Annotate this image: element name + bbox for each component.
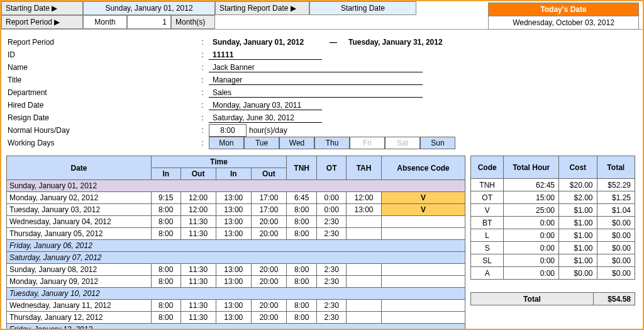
cell[interactable] [382, 228, 465, 240]
off-day-cell: Tuesday, January 10, 2012 [7, 288, 465, 300]
title-value[interactable]: Manager [209, 76, 423, 85]
cell[interactable]: 8:00 [286, 276, 316, 288]
cell[interactable]: 13:00 [216, 300, 251, 312]
cell[interactable]: 13:00 [216, 204, 251, 216]
cell[interactable]: 13:00 [216, 216, 251, 228]
cell[interactable]: 20:00 [251, 312, 286, 324]
cell[interactable] [382, 216, 465, 228]
cell[interactable]: 20:00 [251, 264, 286, 276]
cell[interactable] [382, 312, 465, 324]
day-sat-button[interactable]: Sat [385, 137, 420, 149]
normal-hours-suffix: hour(s)/day [249, 126, 287, 135]
cell[interactable]: 8:00 [152, 228, 181, 240]
cell[interactable]: 8:00 [286, 216, 316, 228]
department-value[interactable]: Sales [209, 88, 423, 98]
day-wed-button[interactable]: Wed [279, 137, 314, 149]
cell[interactable] [382, 264, 465, 276]
cell[interactable]: 0:00 [317, 192, 347, 204]
cell: 25:00 [504, 204, 559, 217]
th-out1: Out [180, 168, 216, 180]
cell[interactable]: Monday, January 02, 2012 [7, 192, 152, 204]
cell[interactable]: 2:30 [317, 276, 347, 288]
cell[interactable] [346, 276, 381, 288]
cell[interactable]: 8:00 [286, 264, 316, 276]
cell[interactable]: Thursday, January 12, 2012 [7, 312, 152, 324]
cell[interactable]: 8:00 [286, 300, 316, 312]
day-mon-button[interactable]: Mon [209, 137, 244, 149]
cell[interactable]: 8:00 [286, 204, 316, 216]
cell[interactable]: 20:00 [251, 276, 286, 288]
cell[interactable]: 8:00 [286, 312, 316, 324]
resign-date-value[interactable]: Saturday, June 30, 2012 [209, 113, 322, 123]
cell[interactable]: 17:00 [251, 192, 286, 204]
report-period-number[interactable]: 1 [127, 15, 171, 29]
cell[interactable] [346, 300, 381, 312]
cell[interactable]: 12:00 [346, 192, 381, 204]
normal-hours-value[interactable]: 8:00 [209, 124, 247, 137]
cell[interactable]: 8:00 [152, 216, 181, 228]
cell[interactable]: 9:15 [152, 192, 181, 204]
cell[interactable]: 13:00 [216, 264, 251, 276]
hired-date-value[interactable]: Monday, January 03, 2011 [209, 101, 322, 110]
starting-report-date-value[interactable]: Starting Date [309, 1, 416, 15]
cell[interactable]: 6:45 [286, 192, 316, 204]
cell[interactable]: 2:30 [317, 228, 347, 240]
cell[interactable]: 12:00 [180, 204, 216, 216]
cell[interactable]: 11:30 [180, 312, 216, 324]
cell[interactable]: 8:00 [152, 204, 181, 216]
cell[interactable]: 20:00 [251, 216, 286, 228]
cell[interactable]: 11:30 [180, 276, 216, 288]
cell[interactable]: 13:00 [216, 228, 251, 240]
cell[interactable]: 13:00 [216, 276, 251, 288]
cell[interactable]: 17:00 [251, 204, 286, 216]
starting-date-value[interactable]: Sunday, January 01, 2012 [83, 1, 215, 15]
cell[interactable]: V [382, 192, 465, 204]
starting-report-date-label: Starting Report Date ▶ [215, 1, 309, 15]
cell[interactable]: 13:00 [216, 192, 251, 204]
cell[interactable] [346, 312, 381, 324]
th-tah: TAH [346, 156, 381, 180]
cell[interactable]: 8:00 [152, 276, 181, 288]
cell[interactable]: 13:00 [346, 204, 381, 216]
cell[interactable]: 8:00 [152, 312, 181, 324]
cell[interactable]: 8:00 [152, 264, 181, 276]
cell[interactable] [346, 216, 381, 228]
starting-date-label: Starting Date ▶ [1, 1, 83, 15]
cell[interactable]: Wednesday, January 04, 2012 [7, 216, 152, 228]
cell[interactable]: Monday, January 09, 2012 [7, 276, 152, 288]
cell[interactable]: Tuesday, January 03, 2012 [7, 204, 152, 216]
cell[interactable]: 2:30 [317, 300, 347, 312]
cell[interactable] [346, 264, 381, 276]
id-value[interactable]: 11111 [209, 50, 322, 60]
day-thu-button[interactable]: Thu [314, 137, 350, 149]
cell[interactable]: 20:00 [251, 228, 286, 240]
cell[interactable]: V [382, 204, 465, 216]
cell[interactable]: 11:30 [180, 228, 216, 240]
cell[interactable]: 2:30 [317, 312, 347, 324]
cell[interactable]: 12:00 [180, 192, 216, 204]
cell[interactable]: 13:00 [216, 312, 251, 324]
report-period-unit[interactable]: Month [83, 15, 127, 29]
day-sun-button[interactable]: Sun [420, 137, 455, 149]
cell[interactable]: 8:00 [152, 300, 181, 312]
hired-date-label: Hired Date [8, 101, 196, 110]
name-value[interactable]: Jack Banner [209, 63, 423, 72]
cell[interactable]: 8:00 [286, 228, 316, 240]
cell[interactable] [346, 228, 381, 240]
cell[interactable]: Thursday, January 05, 2012 [7, 228, 152, 240]
day-fri-button[interactable]: Fri [350, 137, 385, 149]
table-row: Wednesday, January 11, 20128:0011:3013:0… [7, 300, 465, 312]
cell[interactable]: Wednesday, January 11, 2012 [7, 300, 152, 312]
cell: 0:00 [504, 217, 559, 229]
cell[interactable] [382, 276, 465, 288]
cell[interactable]: 11:30 [180, 300, 216, 312]
cell[interactable]: 0:00 [317, 204, 347, 216]
cell[interactable] [382, 300, 465, 312]
cell[interactable]: 11:30 [180, 216, 216, 228]
cell[interactable]: 2:30 [317, 216, 347, 228]
day-tue-button[interactable]: Tue [244, 137, 279, 149]
cell[interactable]: 2:30 [317, 264, 347, 276]
cell[interactable]: Sunday, January 08, 2012 [7, 264, 152, 276]
cell[interactable]: 20:00 [251, 300, 286, 312]
cell[interactable]: 11:30 [180, 264, 216, 276]
